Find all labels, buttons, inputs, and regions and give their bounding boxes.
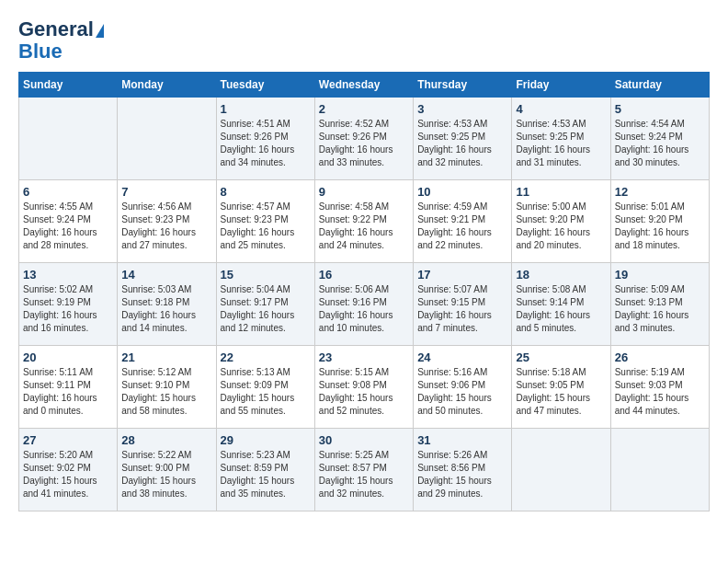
- day-info: Sunrise: 4:54 AM Sunset: 9:24 PM Dayligh…: [615, 118, 705, 169]
- calendar-cell: 16Sunrise: 5:06 AM Sunset: 9:16 PM Dayli…: [314, 263, 413, 346]
- day-number: 10: [417, 185, 507, 199]
- day-number: 13: [23, 268, 113, 282]
- calendar-cell: 26Sunrise: 5:19 AM Sunset: 9:03 PM Dayli…: [610, 346, 709, 429]
- calendar-cell: 6Sunrise: 4:55 AM Sunset: 9:24 PM Daylig…: [19, 180, 118, 263]
- day-info: Sunrise: 5:04 AM Sunset: 9:17 PM Dayligh…: [221, 283, 311, 335]
- calendar-cell: 30Sunrise: 5:25 AM Sunset: 8:57 PM Dayli…: [314, 429, 413, 511]
- day-number: 14: [121, 268, 211, 282]
- weekday-header-thursday: Thursday: [414, 73, 512, 98]
- day-number: 19: [615, 268, 705, 282]
- day-info: Sunrise: 5:02 AM Sunset: 9:19 PM Dayligh…: [23, 283, 113, 335]
- day-info: Sunrise: 4:57 AM Sunset: 9:23 PM Dayligh…: [221, 201, 311, 252]
- page-header: General Blue: [18, 18, 710, 63]
- day-info: Sunrise: 5:26 AM Sunset: 8:56 PM Dayligh…: [417, 449, 507, 500]
- day-info: Sunrise: 4:56 AM Sunset: 9:23 PM Dayligh…: [121, 201, 211, 252]
- day-info: Sunrise: 4:51 AM Sunset: 9:26 PM Dayligh…: [221, 118, 311, 169]
- calendar-cell: 8Sunrise: 4:57 AM Sunset: 9:23 PM Daylig…: [216, 180, 314, 263]
- day-info: Sunrise: 4:59 AM Sunset: 9:21 PM Dayligh…: [417, 201, 507, 252]
- calendar-cell: 23Sunrise: 5:15 AM Sunset: 9:08 PM Dayli…: [314, 346, 413, 429]
- calendar-cell: 15Sunrise: 5:04 AM Sunset: 9:17 PM Dayli…: [216, 263, 314, 346]
- calendar-cell: 17Sunrise: 5:07 AM Sunset: 9:15 PM Dayli…: [414, 263, 512, 346]
- calendar-cell: 2Sunrise: 4:52 AM Sunset: 9:26 PM Daylig…: [314, 98, 413, 180]
- calendar-cell: 31Sunrise: 5:26 AM Sunset: 8:56 PM Dayli…: [414, 429, 512, 511]
- calendar-cell: 18Sunrise: 5:08 AM Sunset: 9:14 PM Dayli…: [512, 263, 610, 346]
- calendar-week-row: 6Sunrise: 4:55 AM Sunset: 9:24 PM Daylig…: [19, 180, 710, 263]
- day-number: 26: [615, 350, 705, 364]
- calendar-cell: 1Sunrise: 4:51 AM Sunset: 9:26 PM Daylig…: [216, 98, 314, 180]
- day-info: Sunrise: 5:13 AM Sunset: 9:09 PM Dayligh…: [221, 366, 311, 418]
- day-info: Sunrise: 5:09 AM Sunset: 9:13 PM Dayligh…: [615, 283, 705, 335]
- calendar-cell: [19, 98, 118, 180]
- weekday-header-friday: Friday: [512, 73, 610, 98]
- day-info: Sunrise: 4:52 AM Sunset: 9:26 PM Dayligh…: [319, 118, 409, 169]
- weekday-header-saturday: Saturday: [610, 73, 709, 98]
- day-number: 2: [319, 102, 409, 116]
- day-number: 15: [221, 268, 311, 282]
- calendar-cell: 19Sunrise: 5:09 AM Sunset: 9:13 PM Dayli…: [610, 263, 709, 346]
- calendar-table: SundayMondayTuesdayWednesdayThursdayFrid…: [18, 72, 710, 511]
- calendar-cell: 25Sunrise: 5:18 AM Sunset: 9:05 PM Dayli…: [512, 346, 610, 429]
- calendar-week-row: 1Sunrise: 4:51 AM Sunset: 9:26 PM Daylig…: [19, 98, 710, 180]
- weekday-header-sunday: Sunday: [19, 73, 118, 98]
- calendar-cell: 29Sunrise: 5:23 AM Sunset: 8:59 PM Dayli…: [216, 429, 314, 511]
- calendar-cell: 27Sunrise: 5:20 AM Sunset: 9:02 PM Dayli…: [19, 429, 118, 511]
- day-info: Sunrise: 5:12 AM Sunset: 9:10 PM Dayligh…: [121, 366, 211, 418]
- day-number: 22: [221, 350, 311, 364]
- day-info: Sunrise: 5:08 AM Sunset: 9:14 PM Dayligh…: [516, 283, 606, 335]
- weekday-header-monday: Monday: [118, 73, 216, 98]
- day-number: 12: [615, 185, 705, 199]
- calendar-cell: 5Sunrise: 4:54 AM Sunset: 9:24 PM Daylig…: [610, 98, 709, 180]
- weekday-header-wednesday: Wednesday: [314, 73, 413, 98]
- day-number: 25: [516, 350, 606, 364]
- calendar-cell: 20Sunrise: 5:11 AM Sunset: 9:11 PM Dayli…: [19, 346, 118, 429]
- day-info: Sunrise: 5:03 AM Sunset: 9:18 PM Dayligh…: [121, 283, 211, 335]
- calendar-cell: [118, 98, 216, 180]
- day-info: Sunrise: 5:01 AM Sunset: 9:20 PM Dayligh…: [615, 201, 705, 252]
- day-info: Sunrise: 4:58 AM Sunset: 9:22 PM Dayligh…: [319, 201, 409, 252]
- day-info: Sunrise: 5:19 AM Sunset: 9:03 PM Dayligh…: [615, 366, 705, 418]
- day-info: Sunrise: 4:53 AM Sunset: 9:25 PM Dayligh…: [516, 118, 606, 169]
- day-info: Sunrise: 5:11 AM Sunset: 9:11 PM Dayligh…: [23, 366, 113, 418]
- day-number: 17: [417, 268, 507, 282]
- day-info: Sunrise: 5:16 AM Sunset: 9:06 PM Dayligh…: [417, 366, 507, 418]
- calendar-week-row: 20Sunrise: 5:11 AM Sunset: 9:11 PM Dayli…: [19, 346, 710, 429]
- calendar-cell: 10Sunrise: 4:59 AM Sunset: 9:21 PM Dayli…: [414, 180, 512, 263]
- calendar-cell: 9Sunrise: 4:58 AM Sunset: 9:22 PM Daylig…: [314, 180, 413, 263]
- day-number: 6: [23, 185, 113, 199]
- calendar-cell: 3Sunrise: 4:53 AM Sunset: 9:25 PM Daylig…: [414, 98, 512, 180]
- day-number: 23: [319, 350, 409, 364]
- day-info: Sunrise: 5:22 AM Sunset: 9:00 PM Dayligh…: [121, 449, 211, 500]
- logo-blue-text: Blue: [18, 40, 63, 63]
- day-number: 5: [615, 102, 705, 116]
- day-number: 7: [121, 185, 211, 199]
- calendar-cell: 7Sunrise: 4:56 AM Sunset: 9:23 PM Daylig…: [118, 180, 216, 263]
- calendar-cell: 22Sunrise: 5:13 AM Sunset: 9:09 PM Dayli…: [216, 346, 314, 429]
- calendar-header-row: SundayMondayTuesdayWednesdayThursdayFrid…: [19, 73, 710, 98]
- calendar-cell: 21Sunrise: 5:12 AM Sunset: 9:10 PM Dayli…: [118, 346, 216, 429]
- day-info: Sunrise: 4:55 AM Sunset: 9:24 PM Dayligh…: [23, 201, 113, 252]
- calendar-cell: 13Sunrise: 5:02 AM Sunset: 9:19 PM Dayli…: [19, 263, 118, 346]
- day-info: Sunrise: 5:06 AM Sunset: 9:16 PM Dayligh…: [319, 283, 409, 335]
- day-number: 24: [417, 350, 507, 364]
- day-number: 27: [23, 433, 113, 447]
- day-number: 20: [23, 350, 113, 364]
- calendar-cell: 28Sunrise: 5:22 AM Sunset: 9:00 PM Dayli…: [118, 429, 216, 511]
- calendar-cell: 11Sunrise: 5:00 AM Sunset: 9:20 PM Dayli…: [512, 180, 610, 263]
- day-number: 21: [121, 350, 211, 364]
- calendar-cell: 24Sunrise: 5:16 AM Sunset: 9:06 PM Dayli…: [414, 346, 512, 429]
- day-number: 8: [221, 185, 311, 199]
- logo-text: General: [18, 18, 104, 40]
- logo: General Blue: [18, 18, 104, 63]
- day-info: Sunrise: 5:25 AM Sunset: 8:57 PM Dayligh…: [319, 449, 409, 500]
- calendar-cell: [610, 429, 709, 511]
- day-number: 3: [417, 102, 507, 116]
- day-info: Sunrise: 5:15 AM Sunset: 9:08 PM Dayligh…: [319, 366, 409, 418]
- day-number: 31: [417, 433, 507, 447]
- calendar-week-row: 13Sunrise: 5:02 AM Sunset: 9:19 PM Dayli…: [19, 263, 710, 346]
- day-info: Sunrise: 5:20 AM Sunset: 9:02 PM Dayligh…: [23, 449, 113, 500]
- day-number: 30: [319, 433, 409, 447]
- calendar-cell: 14Sunrise: 5:03 AM Sunset: 9:18 PM Dayli…: [118, 263, 216, 346]
- day-info: Sunrise: 4:53 AM Sunset: 9:25 PM Dayligh…: [417, 118, 507, 169]
- day-info: Sunrise: 5:00 AM Sunset: 9:20 PM Dayligh…: [516, 201, 606, 252]
- weekday-header-tuesday: Tuesday: [216, 73, 314, 98]
